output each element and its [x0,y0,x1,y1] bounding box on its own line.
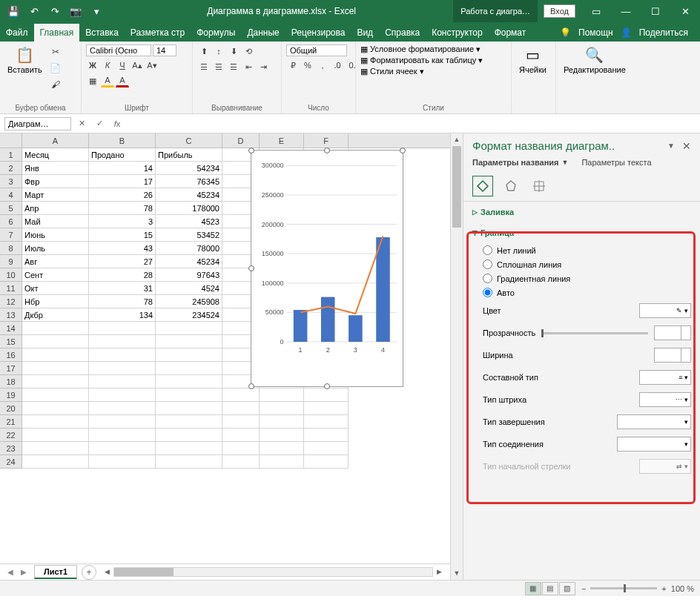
format-as-table-button[interactable]: ▦ Форматировать как таблицу ▾ [360,56,483,65]
cell[interactable]: 78 [89,202,156,215]
row-header[interactable]: 14 [0,322,22,335]
width-spinner[interactable] [654,348,691,363]
cell[interactable]: 178000 [156,202,222,215]
cell[interactable]: 76345 [156,175,222,188]
join-type-combo[interactable]: ▾ [617,437,691,452]
cell[interactable] [89,362,156,375]
cell[interactable] [156,429,222,442]
row-header[interactable]: 16 [0,348,22,362]
cell[interactable]: 14 [89,162,156,175]
close-icon[interactable]: ✕ [670,0,700,22]
row-header[interactable]: 20 [0,402,22,415]
pane-dropdown-icon[interactable]: ▼ [667,142,675,150]
align-center-icon[interactable]: ☰ [212,60,225,73]
row-header[interactable]: 23 [0,442,22,455]
opacity-slider[interactable] [541,332,648,334]
cell[interactable] [156,375,222,389]
cell[interactable]: 31 [89,282,156,295]
zoom-in-button[interactable]: + [661,584,666,593]
cell[interactable] [89,442,156,455]
row-header[interactable]: 22 [0,429,22,442]
cell[interactable] [22,415,89,429]
zoom-level[interactable]: 100 % [671,584,694,593]
cell[interactable]: Нбр [22,295,89,308]
row-header[interactable]: 7 [0,228,22,242]
fx-icon[interactable]: fx [110,116,125,131]
cell[interactable] [260,402,304,415]
tab-data[interactable]: Данные [241,24,285,42]
cell[interactable] [89,375,156,389]
cell[interactable] [89,322,156,335]
cell[interactable] [222,389,260,402]
cell[interactable]: 97643 [156,268,222,282]
section-fill-header[interactable]: ▷ Заливка [472,205,691,219]
share-label[interactable]: Поделиться [635,24,693,42]
tellme-icon[interactable]: 💡 [560,27,571,38]
dash-type-combo[interactable]: ⋯ ▾ [639,392,691,407]
cell[interactable] [156,389,222,402]
cell[interactable] [304,389,349,402]
view-pagebreak-icon[interactable]: ▧ [559,582,575,595]
tab-pagelayout[interactable]: Разметка стр [125,24,191,42]
col-header-B[interactable]: B [89,133,156,148]
cell[interactable]: 78000 [156,242,222,255]
cell[interactable]: 78 [89,295,156,308]
cell[interactable] [156,442,222,455]
radio-auto-line[interactable]: Авто [483,285,691,300]
font-shrink-icon[interactable]: A▾ [145,59,159,72]
row-header[interactable]: 6 [0,215,22,228]
view-normal-icon[interactable]: ▦ [525,582,541,595]
cancel-formula-icon[interactable]: ✕ [74,116,89,131]
cell[interactable] [156,348,222,362]
cell[interactable]: 54234 [156,162,222,175]
subtab-title-options[interactable]: Параметры названия ▼ [472,158,568,167]
cell[interactable] [156,322,222,335]
name-box[interactable] [4,117,71,130]
view-pagelayout-icon[interactable]: ▤ [542,582,558,595]
indent-dec-icon[interactable]: ⇤ [242,60,255,73]
row-header[interactable]: 5 [0,202,22,215]
cap-type-combo[interactable]: ▾ [617,414,691,429]
cell[interactable] [22,322,89,335]
border-icon[interactable]: ▦ [86,74,99,87]
cell[interactable]: 27 [89,255,156,268]
vertical-scrollbar[interactable]: ▲ ▼ [450,133,463,580]
chart-tools-tab[interactable]: Работа с диагра… [453,0,538,22]
add-sheet-button[interactable]: + [82,565,96,580]
cell[interactable]: 245908 [156,295,222,308]
cell[interactable] [156,335,222,348]
fill-color-icon[interactable]: A [101,74,114,87]
maximize-icon[interactable]: ☐ [641,0,670,22]
row-header[interactable]: 3 [0,175,22,188]
cell[interactable]: 234524 [156,308,222,322]
cell[interactable] [89,455,156,469]
formula-input[interactable] [128,118,696,130]
col-header-F[interactable]: F [304,133,349,148]
font-color-icon[interactable]: A [116,74,129,87]
compound-type-combo[interactable]: ≡ ▾ [639,370,691,385]
paste-button[interactable]: 📋 Вставить [4,44,45,76]
cell[interactable] [89,335,156,348]
cell[interactable]: Апр [22,202,89,215]
row-header[interactable]: 15 [0,335,22,348]
sheet-nav-prev-icon[interactable]: ◀ [4,566,16,578]
font-grow-icon[interactable]: A▴ [131,59,144,72]
cell[interactable] [89,389,156,402]
cell[interactable]: 15 [89,228,156,242]
cell[interactable] [156,415,222,429]
cell[interactable]: 134 [89,308,156,322]
dec-inc-icon[interactable]: .0 [331,59,344,72]
cell[interactable]: Июль [22,242,89,255]
row-header[interactable]: 12 [0,295,22,308]
sheet-nav-next-icon[interactable]: ▶ [18,566,30,578]
cell[interactable]: 43 [89,242,156,255]
cell[interactable]: Продано [89,148,156,162]
cell[interactable]: Март [22,188,89,202]
cell[interactable] [222,429,260,442]
col-header-D[interactable]: D [222,133,260,148]
row-header[interactable]: 21 [0,415,22,429]
align-bottom-icon[interactable]: ⬇ [227,44,240,58]
undo-icon[interactable]: ↶ [25,2,43,20]
enter-formula-icon[interactable]: ✓ [92,116,107,131]
row-header[interactable]: 19 [0,389,22,402]
